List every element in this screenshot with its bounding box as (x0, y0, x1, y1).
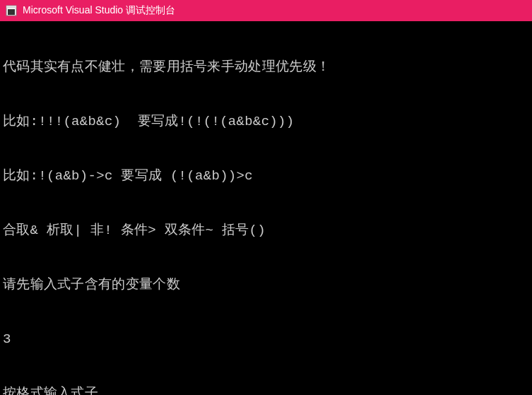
app-icon (6, 5, 17, 16)
console-output[interactable]: 代码其实有点不健壮，需要用括号来手动处理优先级！ 比如:!!!(a&b&c) 要… (0, 21, 532, 395)
console-line: 按格式输入式子 (3, 385, 529, 395)
console-line: 请先输入式子含有的变量个数 (3, 276, 529, 295)
console-line: 代码其实有点不健壮，需要用括号来手动处理优先级！ (3, 59, 529, 77)
window-title: Microsoft Visual Studio 调试控制台 (23, 4, 175, 17)
console-line: 比如:!(a&b)->c 要写成 (!(a&b))>c (3, 167, 529, 186)
svg-rect-2 (8, 9, 15, 15)
title-bar[interactable]: Microsoft Visual Studio 调试控制台 (0, 0, 532, 21)
console-line: 合取& 析取| 非! 条件> 双条件~ 括号() (3, 222, 529, 240)
svg-rect-1 (6, 6, 16, 8)
console-line: 比如:!!!(a&b&c) 要写成!(!(!(a&b&c))) (3, 113, 529, 131)
console-line: 3 (3, 331, 529, 349)
